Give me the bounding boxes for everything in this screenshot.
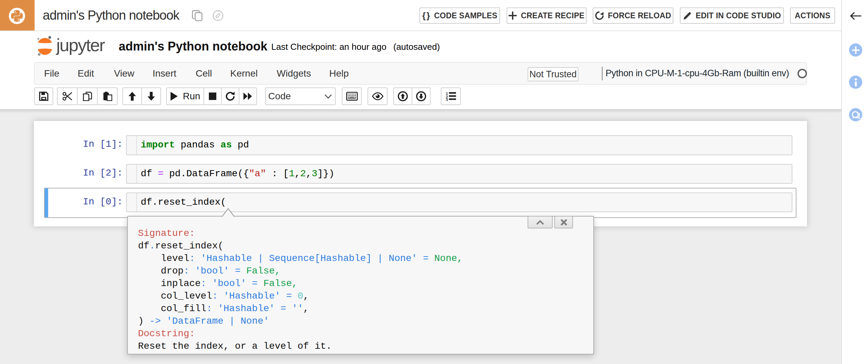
svg-text:3: 3	[446, 98, 448, 101]
